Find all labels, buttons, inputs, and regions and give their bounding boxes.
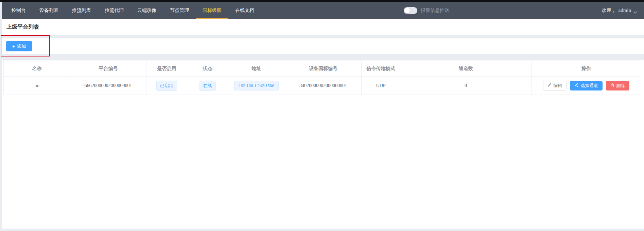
nav-item-node-manage[interactable]: 节点管理: [163, 2, 196, 19]
col-header-platform-id: 平台编号: [70, 61, 146, 77]
add-button-label: 添加: [17, 43, 26, 49]
welcome-text: 欢迎，: [602, 7, 616, 14]
edit-button[interactable]: 编辑: [543, 81, 567, 90]
nav-item-console[interactable]: 控制台: [5, 2, 33, 19]
nav-item-cloud-record[interactable]: 云端录像: [130, 2, 163, 19]
toolbar: + 添加: [2, 38, 644, 54]
cell-signal-mode: UDP: [362, 77, 400, 95]
nav-item-gb-cascade[interactable]: 国标级联: [196, 2, 228, 19]
nav-item-online-docs[interactable]: 在线文档: [228, 2, 261, 19]
enabled-badge: 已启用: [156, 81, 177, 91]
delete-button[interactable]: 删除: [606, 81, 629, 90]
cell-gb-device-id: 34020000002000000001: [285, 77, 362, 95]
select-channel-label: 选择通道: [580, 83, 598, 89]
table-header-row: 名称 平台编号 是否启用 状态 地址 设备国标编号 信令传输模式 通道数 操作: [4, 61, 641, 77]
plus-icon: +: [12, 44, 15, 49]
cell-name: lin: [4, 77, 70, 95]
col-header-status: 状态: [187, 61, 228, 77]
nav-item-device-list[interactable]: 设备列表: [33, 2, 65, 19]
cell-channel-count: 0: [400, 77, 532, 95]
table-row: lin 66620000002000000001 已启用 在线 192.168.…: [4, 77, 641, 95]
col-header-address: 地址: [228, 61, 285, 77]
toggle-knob-icon: [404, 8, 410, 13]
pencil-icon: [547, 83, 552, 88]
cell-platform-id: 66620000002000000001: [70, 77, 146, 95]
user-menu[interactable]: 欢迎，admin: [602, 2, 638, 19]
alarm-push-label: 报警信息推送: [421, 7, 449, 14]
trash-icon: [610, 83, 614, 88]
col-header-signal-mode: 信令传输模式: [362, 61, 400, 77]
alarm-push-toggle[interactable]: [404, 7, 417, 14]
share-icon: [574, 83, 579, 88]
status-badge: 在线: [199, 81, 216, 91]
page-title: 上级平台列表: [6, 23, 39, 31]
col-header-name: 名称: [4, 61, 70, 77]
nav-item-pull-proxy[interactable]: 拉流代理: [98, 2, 130, 19]
title-bar: 上级平台列表: [2, 19, 644, 35]
col-header-channel-count: 通道数: [400, 61, 532, 77]
address-chip: 192.168.1.242:1506: [234, 81, 278, 90]
cell-address: 192.168.1.242:1506: [228, 77, 285, 95]
edit-button-label: 编辑: [553, 83, 562, 89]
table-card: 名称 平台编号 是否启用 状态 地址 设备国标编号 信令传输模式 通道数 操作 …: [2, 60, 644, 229]
cell-enabled: 已启用: [146, 77, 187, 95]
alarm-push-group: 报警信息推送: [404, 2, 449, 19]
divider-gap: [2, 35, 644, 38]
username-text: admin: [619, 7, 631, 13]
divider-gap: [2, 54, 644, 60]
cell-status: 在线: [187, 77, 228, 95]
col-header-operations: 操作: [532, 61, 641, 77]
app-root: 控制台 设备列表 推流列表 拉流代理 云端录像 节点管理 国标级联 在线文档 报…: [2, 2, 644, 229]
select-channel-button[interactable]: 选择通道: [570, 81, 603, 90]
top-navbar: 控制台 设备列表 推流列表 拉流代理 云端录像 节点管理 国标级联 在线文档 报…: [2, 2, 644, 19]
add-button[interactable]: + 添加: [6, 41, 32, 51]
col-header-enabled: 是否启用: [146, 61, 187, 77]
row-actions: 编辑 选择通道: [532, 81, 641, 90]
chevron-down-icon: [633, 9, 637, 12]
cell-operations: 编辑 选择通道: [532, 77, 641, 95]
delete-button-label: 删除: [616, 83, 625, 89]
nav-item-push-list[interactable]: 推流列表: [65, 2, 98, 19]
col-header-gb-device-id: 设备国标编号: [285, 61, 362, 77]
platform-table: 名称 平台编号 是否启用 状态 地址 设备国标编号 信令传输模式 通道数 操作 …: [3, 61, 641, 95]
